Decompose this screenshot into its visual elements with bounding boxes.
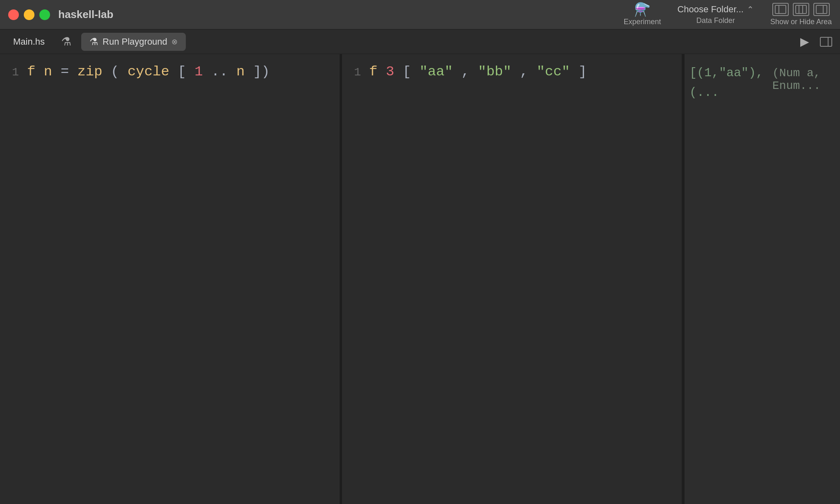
- run-playground-label: Run Playground: [103, 36, 167, 47]
- titlebar-actions: ⚗️ Experiment Choose Folder... ⌃ Data Fo…: [623, 3, 832, 26]
- layout-icon-center[interactable]: [793, 3, 809, 16]
- pg-str-aa: "aa": [419, 64, 453, 79]
- editor-area: 1 f n = zip ( cycle [ 1 .. n ]): [0, 54, 840, 504]
- editor-pane[interactable]: 1 f n = zip ( cycle [ 1 .. n ]): [0, 54, 340, 504]
- result-output: [(1,"aa"),(...: [689, 63, 763, 102]
- data-folder-label: Data Folder: [696, 16, 735, 25]
- show-hide-section: Show or Hide Area: [770, 3, 832, 26]
- flask-icon: ⚗: [61, 35, 71, 48]
- playground-line-1: 1 f 3 [ "aa" , "bb" , "cc" ]: [342, 61, 682, 83]
- choose-folder-button[interactable]: Choose Folder... ⌃: [677, 4, 753, 15]
- experiment-button[interactable]: ⚗️ Experiment: [623, 3, 661, 26]
- app-title: haskell-lab: [58, 8, 623, 21]
- data-folder-section: Choose Folder... ⌃ Data Folder: [677, 4, 753, 25]
- tab-label: Main.hs: [13, 36, 45, 47]
- code-equals: =: [61, 64, 69, 79]
- pg-str-cc: "cc": [536, 64, 570, 79]
- show-hide-label: Show or Hide Area: [770, 18, 832, 26]
- result-pane: [(1,"aa"),(... (Num a, Enum...: [684, 54, 840, 504]
- pg-str-bb: "bb": [478, 64, 511, 79]
- code-num-1: 1: [194, 64, 203, 79]
- traffic-lights: [8, 9, 50, 20]
- hide-panel-button[interactable]: [819, 34, 833, 49]
- line-number-1: 1: [7, 66, 27, 79]
- svg-rect-7: [820, 37, 832, 46]
- close-button[interactable]: [8, 9, 19, 20]
- layout-icon-left[interactable]: [772, 3, 789, 16]
- pg-fn: f: [369, 64, 377, 79]
- code-var-n2: n: [236, 64, 244, 79]
- code-zip: zip: [77, 64, 102, 79]
- playground-code-1: f 3 [ "aa" , "bb" , "cc" ]: [369, 61, 587, 83]
- tab-main-hs[interactable]: Main.hs: [7, 34, 51, 50]
- maximize-button[interactable]: [39, 9, 50, 20]
- choose-folder-label: Choose Folder...: [677, 4, 743, 15]
- experiment-label: Experiment: [623, 18, 661, 26]
- titlebar: haskell-lab ⚗️ Experiment Choose Folder.…: [0, 0, 840, 30]
- svg-rect-0: [775, 5, 786, 14]
- pg-num: 3: [386, 64, 394, 79]
- code-var-n: n: [44, 64, 52, 79]
- chevron-icon: ⌃: [747, 5, 754, 14]
- result-type-hint: (Num a, Enum...: [772, 67, 835, 92]
- svg-rect-2: [796, 5, 806, 14]
- code-cycle: cycle: [128, 64, 169, 79]
- minimize-button[interactable]: [24, 9, 34, 20]
- tabbar: Main.hs ⚗ ⚗ Run Playground ⊗ ▶: [0, 30, 840, 54]
- code-fn: f: [27, 64, 35, 79]
- layout-icon-right[interactable]: [813, 3, 830, 16]
- playground-line-number-1: 1: [349, 66, 369, 79]
- layout-icons: [772, 3, 830, 16]
- experiment-icon: ⚗️: [634, 3, 651, 16]
- playground-gear-icon: ⊗: [171, 37, 178, 46]
- run-button[interactable]: ▶: [797, 34, 812, 49]
- svg-rect-5: [816, 5, 827, 14]
- playground-flask-icon: ⚗: [89, 36, 98, 48]
- code-content-1: f n = zip ( cycle [ 1 .. n ]): [27, 61, 270, 83]
- run-playground-button[interactable]: ⚗ Run Playground ⊗: [81, 33, 186, 51]
- playground-pane[interactable]: 1 f 3 [ "aa" , "bb" , "cc" ]: [342, 54, 682, 504]
- code-line-1: 1 f n = zip ( cycle [ 1 .. n ]): [0, 61, 340, 83]
